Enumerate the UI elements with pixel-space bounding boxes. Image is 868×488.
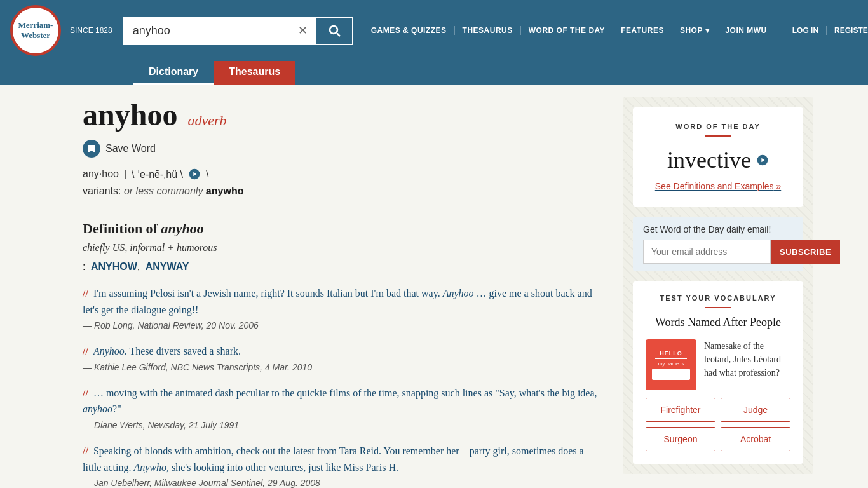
vocab-answer-buttons: Firefighter Judge Surgeon Acrobat [646,398,790,451]
pron-separator: | [124,168,126,180]
main-content: anyhoo adverb Save Word any·hoo | \ ˈe-n… [0,85,868,488]
logo-container: Merriam-Webster SINCE 1828 [10,5,112,56]
entry-pos: adverb [187,112,226,129]
nav-join[interactable]: JOIN MWU [717,26,774,35]
save-word-button[interactable]: Save Word [83,140,604,158]
vocab-answer-acrobat[interactable]: Acrobat [721,427,790,451]
definition-header: Definition of anyhoo [83,220,604,237]
email-label: Get Word of the Day daily email! [643,224,793,234]
log-in-link[interactable]: LOG IN [785,26,827,35]
nav-games[interactable]: GAMES & QUIZZES [363,26,455,35]
entry-word: anyhoo [83,97,177,132]
search-input[interactable] [123,17,290,45]
email-signup-box: Get Word of the Day daily email! SUBSCRI… [633,217,803,271]
citation-4: // Speaking of blonds with ambition, che… [83,443,604,488]
search-icon [327,23,342,38]
vocab-answer-firefighter[interactable]: Firefighter [646,398,715,422]
citation-2: // Anyhoo. These divers saved a shark. —… [83,343,604,372]
nav-links: GAMES & QUIZZES THESAURUS WORD OF THE DA… [363,26,775,35]
usage-note: chiefly US, informal + humorous [83,242,604,254]
wotd-audio-icon [756,154,769,166]
pron-syllables: any·hoo [83,168,119,180]
email-input[interactable] [643,240,771,264]
vocab-image-row: HELLO my name is Namesake of the leotard… [646,339,790,390]
logo: Merriam-Webster [10,5,61,56]
auth-links: LOG IN REGISTER [785,26,868,35]
wotd-audio-button[interactable] [756,154,769,166]
hello-badge: HELLO my name is [646,339,696,390]
wotd-divider [705,135,731,137]
variants-qualifier: or less commonly [124,186,203,196]
site-header: Merriam-Webster SINCE 1828 ✕ GAMES & QUI… [0,0,868,61]
tab-dictionary[interactable]: Dictionary [133,61,214,85]
citation-slash: // [83,288,88,299]
vocab-question: Namesake of the leotard, Jules Léotard h… [704,339,790,390]
synonyms: : ANYHOW, ANYWAY [83,261,604,273]
subscribe-button[interactable]: SUBSCRIBE [771,240,840,264]
wotd-label: WORD OF THE DAY [646,123,790,130]
bookmark-icon [83,140,100,158]
search-bar: ✕ [123,17,353,45]
nav-shop[interactable]: SHOP ▾ [672,26,718,35]
vocab-answer-surgeon[interactable]: Surgeon [646,427,715,451]
logo-text-line2: Webster [21,30,50,40]
vocabulary-quiz-box: TEST YOUR VOCABULARY Words Named After P… [633,281,803,464]
sidebar: WORD OF THE DAY invective See Definition… [623,97,813,488]
nav-word-of-day[interactable]: WORD OF THE DAY [521,26,613,35]
citation-source-2: — Kathie Lee Gifford, NBC News Transcrip… [83,362,604,372]
def-word: anyhoo [161,220,203,236]
variants: variants: or less commonly anywho [83,186,604,197]
vocab-divider [705,307,731,308]
synonym-anyhow[interactable]: ANYHOW [91,261,137,272]
citation-slash: // [83,388,88,398]
vocab-title: Words Named After People [646,316,790,329]
tab-thesaurus[interactable]: Thesaurus [214,61,295,85]
synonym-colon: : [83,261,85,272]
citation-slash: // [83,445,88,456]
audio-button[interactable] [188,168,201,180]
vocab-answer-judge[interactable]: Judge [721,398,790,422]
pron-ipa: \ ˈe-nē-ˌhü \ [132,168,183,180]
pronunciation: any·hoo | \ ˈe-nē-ˌhü \ \ [83,168,604,180]
nav-features[interactable]: FEATURES [613,26,672,35]
wotd-see-more-link[interactable]: See Definitions and Examples » [646,181,790,191]
nav-thesaurus[interactable]: THESAURUS [455,26,521,35]
logo-text-line1: Merriam- [18,20,53,30]
my-name-text: my name is [658,361,684,367]
logo-since: SINCE 1828 [70,26,112,35]
wotd-word: invective [646,147,790,173]
tab-bar: Dictionary Thesaurus [0,61,868,85]
wotd-arrow: » [776,181,781,191]
hello-text: HELLO [660,350,682,356]
variants-prefix: variants: [83,186,121,196]
word-header: anyhoo adverb [83,97,604,132]
citation-3: // … moving with the animated dash pecul… [83,385,604,430]
search-submit-button[interactable] [315,17,353,45]
pron-close-bracket: \ [206,168,208,180]
chevron-down-icon: ▾ [705,26,710,35]
save-word-label: Save Word [105,143,156,154]
separator [83,210,604,210]
register-link[interactable]: REGISTER [827,26,868,35]
word-of-the-day-box: WORD OF THE DAY invective See Definition… [633,107,803,207]
email-row: SUBSCRIBE [643,240,793,264]
synonym-anyway[interactable]: ANYWAY [146,261,189,272]
citation-source-1: — Rob Long, National Review, 20 Nov. 200… [83,320,604,330]
entry-content: anyhoo adverb Save Word any·hoo | \ ˈe-n… [83,97,604,488]
audio-icon [188,168,201,180]
vocab-image: HELLO my name is [646,339,696,390]
variant-word: anywho [206,186,244,196]
citation-source-4: — Jan Uebelherr, Milwaukee Journal Senti… [83,478,604,488]
search-clear-button[interactable]: ✕ [290,17,315,45]
vocab-label: TEST YOUR VOCABULARY [646,294,790,302]
citation-source-3: — Diane Werts, Newsday, 21 July 1991 [83,420,604,430]
sidebar-background: WORD OF THE DAY invective See Definition… [623,97,813,474]
citation-1: // I'm assuming Pelosi isn't a Jewish na… [83,285,604,330]
citation-slash: // [83,346,88,356]
